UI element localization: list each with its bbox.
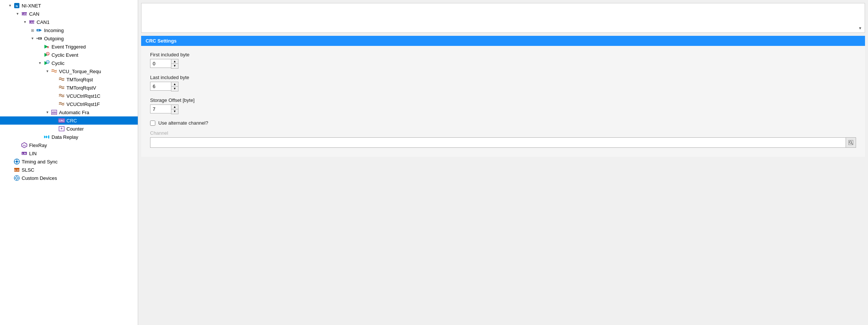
tree-toggle-counter (52, 126, 57, 131)
tree-toggle-cyclic-event (37, 52, 43, 57)
tree-label-flexray: FlexRay (29, 143, 47, 148)
cyclic-icon: ⊙ (43, 60, 50, 66)
data-replay-icon (43, 134, 50, 140)
tree-item-timing[interactable]: Timing and Sync (0, 157, 138, 166)
right-panel: ▼ CRC Settings First included byte ▲ ▼ L… (138, 0, 868, 325)
tree-label-vcuctrlrqst1c: VCUCtrlRqst1C (66, 93, 100, 99)
tree-label-tmtorqrqstv: TMTorqRqstV (66, 85, 96, 91)
first-byte-up-button[interactable]: ▲ (171, 59, 178, 64)
tree-label-cyclic-event: Cyclic Event (52, 52, 78, 58)
tree-item-cyclic-event[interactable]: ↻ Cyclic Event (0, 51, 138, 59)
tree-item-counter[interactable]: + Counter (0, 125, 138, 133)
tree-toggle-crc (52, 118, 57, 123)
svg-rect-31 (48, 135, 49, 138)
crc-settings-title: CRC Settings (146, 38, 177, 44)
storage-offset-up-button[interactable]: ▲ (171, 105, 178, 109)
storage-offset-spinner-buttons: ▲ ▼ (171, 104, 178, 114)
tree-toggle-incoming[interactable]: ⊞ (30, 28, 35, 33)
can-icon: CAN (21, 10, 28, 17)
tree-label-can1: CAN1 (37, 19, 50, 25)
lin-icon: LIN (21, 150, 28, 157)
tree-label-slsc: SLSC (22, 167, 34, 173)
tree-item-lin[interactable]: LIN LIN (0, 149, 138, 157)
tree-label-timing: Timing and Sync (22, 159, 57, 165)
svg-point-51 (849, 141, 852, 143)
tree-label-ni-xnet: NI-XNET (22, 3, 41, 9)
tree-item-flexray[interactable]: FX FlexRay (0, 141, 138, 149)
dropdown-arrow[interactable]: ▼ (857, 25, 863, 31)
channel-browse-button[interactable] (846, 137, 856, 148)
tree-toggle-tmtorqrqstv (52, 85, 57, 90)
tree-item-tmtorqrqst[interactable]: TMTorqRqst (0, 75, 138, 84)
last-byte-label: Last included byte (150, 75, 856, 80)
tmtorqrqstv-icon (58, 84, 65, 91)
tree-item-can1[interactable]: ▼ CAN CAN1 (0, 18, 138, 26)
tree-item-crc[interactable]: CRC CRC (0, 116, 138, 125)
tree-item-can[interactable]: ▼ CAN CAN (0, 10, 138, 18)
tree-label-counter: Counter (66, 126, 84, 132)
storage-offset-group: Storage Offset [byte] ▲ ▼ (150, 97, 856, 114)
tree-toggle-can1[interactable]: ▼ (22, 19, 28, 25)
tree-item-vcu-torque[interactable]: ▼ VCU_Torque_Requ (0, 67, 138, 75)
tree-item-data-replay[interactable]: Data Replay (0, 133, 138, 141)
storage-offset-down-button[interactable]: ▼ (171, 109, 178, 114)
tree-item-tmtorqrqstv[interactable]: TMTorqRqstV (0, 84, 138, 92)
tree-item-cyclic[interactable]: ▼ ⊙ Cyclic (0, 59, 138, 67)
tree-label-tmtorqrqst: TMTorqRqst (66, 77, 93, 82)
svg-text:LIN: LIN (22, 152, 26, 155)
tree-item-auto-frame[interactable]: ▼ auto Automatic Fra (0, 108, 138, 116)
svg-text:SLSC: SLSC (14, 169, 20, 171)
tree-toggle-can[interactable]: ▼ (15, 11, 20, 16)
first-byte-input[interactable] (150, 59, 171, 68)
last-byte-group: Last included byte ▲ ▼ (150, 75, 856, 91)
tree-item-custom-devices[interactable]: Custom Devices (0, 174, 138, 182)
tree-item-incoming[interactable]: ⊞ Incoming (0, 26, 138, 34)
tree-panel: ▼ N NI-XNET ▼ CAN CAN ▼ CAN CAN1 ⊞ (0, 0, 138, 325)
can1-icon: CAN (28, 19, 35, 25)
tree-label-lin: LIN (29, 151, 37, 156)
alternate-channel-checkbox[interactable] (150, 121, 155, 126)
svg-marker-11 (37, 38, 38, 39)
flexray-icon: FX (21, 142, 28, 149)
storage-offset-label: Storage Offset [byte] (150, 97, 856, 103)
svg-rect-10 (38, 37, 42, 40)
last-byte-down-button[interactable]: ▼ (171, 87, 178, 91)
tree-item-event-triggered[interactable]: fl Event Triggered (0, 43, 138, 51)
svg-rect-6 (37, 29, 40, 31)
svg-text:fl: fl (47, 46, 49, 49)
tree-label-outgoing: Outgoing (44, 36, 64, 41)
tree-item-outgoing[interactable]: ▼ Outgoing (0, 34, 138, 43)
tree-item-vcuctrlrqst1f[interactable]: VCUCtrlRqst1F (0, 100, 138, 108)
svg-text:⊙: ⊙ (47, 61, 49, 63)
tree-toggle-ni-xnet[interactable]: ▼ (7, 3, 13, 8)
svg-marker-30 (46, 135, 48, 138)
tree-toggle-timing (7, 159, 13, 164)
event-triggered-icon: fl (43, 43, 50, 50)
tree-item-slsc[interactable]: SLSC SLSC (0, 166, 138, 174)
tree-toggle-outgoing[interactable]: ▼ (30, 36, 35, 41)
browse-icon (848, 140, 853, 145)
svg-point-37 (16, 160, 18, 163)
svg-line-52 (852, 143, 853, 145)
tree-toggle-cyclic[interactable]: ▼ (37, 60, 43, 66)
channel-input[interactable] (150, 137, 846, 148)
svg-text:CAN: CAN (21, 13, 27, 15)
channel-label: Channel (150, 130, 856, 136)
alternate-channel-label: Use alternate channel? (158, 120, 208, 126)
tree-toggle-vcu-torque[interactable]: ▼ (45, 69, 50, 74)
tree-label-vcu-torque: VCU_Torque_Requ (59, 69, 101, 74)
svg-text:↻: ↻ (47, 53, 49, 55)
tree-item-vcuctrlrqst1c[interactable]: VCUCtrlRqst1C (0, 92, 138, 100)
tree-item-ni-xnet[interactable]: ▼ N NI-XNET (0, 1, 138, 10)
crc-settings-section: CRC Settings First included byte ▲ ▼ Las… (141, 36, 865, 157)
tree-toggle-auto-frame[interactable]: ▼ (45, 110, 50, 115)
tree-label-crc: CRC (66, 118, 77, 124)
last-byte-input[interactable] (150, 82, 171, 91)
custom-devices-icon (13, 175, 20, 181)
storage-offset-input[interactable] (150, 104, 171, 113)
last-byte-up-button[interactable]: ▲ (171, 82, 178, 87)
top-dropdown-area: ▼ (141, 3, 865, 33)
first-byte-down-button[interactable]: ▼ (171, 64, 178, 68)
crc-settings-header: CRC Settings (141, 36, 865, 46)
svg-text:auto: auto (52, 112, 57, 114)
